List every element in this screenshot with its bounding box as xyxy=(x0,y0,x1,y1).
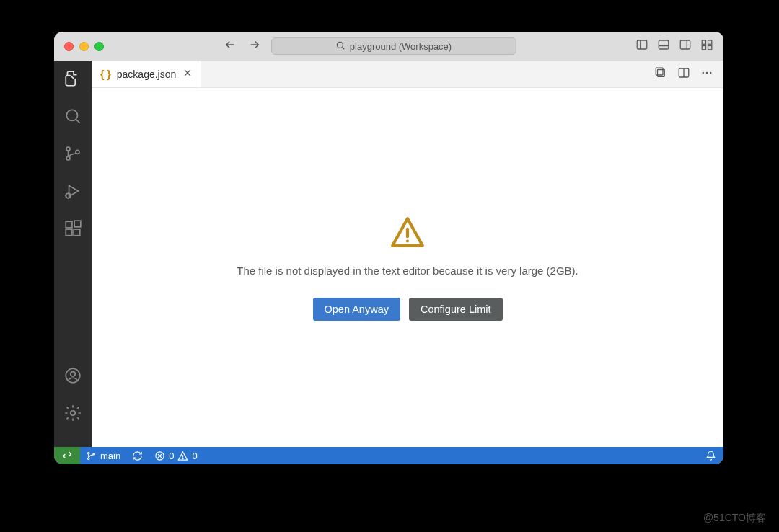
minimize-window-button[interactable] xyxy=(79,42,89,51)
svg-point-25 xyxy=(710,71,711,73)
editor-pane: The file is not displayed in the text ed… xyxy=(92,88,723,447)
svg-point-10 xyxy=(66,156,70,160)
explorer-icon[interactable] xyxy=(63,69,82,91)
svg-rect-5 xyxy=(708,40,712,44)
split-editor-icon[interactable] xyxy=(677,66,690,82)
svg-point-23 xyxy=(703,71,704,73)
svg-rect-20 xyxy=(658,69,665,76)
more-actions-icon[interactable] xyxy=(700,66,713,82)
panel-bottom-icon[interactable] xyxy=(657,38,670,54)
svg-rect-13 xyxy=(66,221,72,228)
tab-label: package.json xyxy=(117,68,177,80)
window-body: { } package.json The file is not display… xyxy=(54,61,723,447)
svg-point-0 xyxy=(337,42,343,48)
svg-rect-16 xyxy=(74,221,81,227)
notifications-indicator[interactable] xyxy=(700,447,723,464)
svg-rect-21 xyxy=(656,68,663,75)
search-icon xyxy=(335,40,346,53)
open-anyway-button[interactable]: Open Anyway xyxy=(313,298,400,321)
editor-group: { } package.json The file is not display… xyxy=(92,61,723,447)
run-debug-icon[interactable] xyxy=(63,182,82,203)
layout-icon[interactable] xyxy=(700,38,713,54)
open-changes-icon[interactable] xyxy=(654,66,667,82)
svg-rect-6 xyxy=(702,46,705,50)
large-file-message: The file is not displayed in the text ed… xyxy=(237,263,578,279)
activity-bar xyxy=(54,61,92,447)
nav-arrows xyxy=(224,38,261,54)
svg-rect-3 xyxy=(680,40,690,49)
svg-point-31 xyxy=(182,458,183,458)
maximize-window-button[interactable] xyxy=(94,42,104,51)
nav-back-button[interactable] xyxy=(224,38,237,54)
sync-indicator[interactable] xyxy=(126,447,149,464)
source-control-icon[interactable] xyxy=(63,144,82,166)
vscode-window: playground (Workspace) { } package. xyxy=(54,32,723,464)
branch-indicator[interactable]: main xyxy=(80,447,126,464)
close-window-button[interactable] xyxy=(64,42,74,51)
configure-limit-button[interactable]: Configure Limit xyxy=(409,298,503,321)
svg-point-18 xyxy=(71,372,76,377)
branch-name: main xyxy=(100,451,120,461)
json-file-icon: { } xyxy=(100,68,111,80)
problems-indicator[interactable]: 0 0 xyxy=(149,447,203,464)
tab-package-json[interactable]: { } package.json xyxy=(92,61,201,87)
svg-point-29 xyxy=(93,453,95,455)
svg-rect-15 xyxy=(74,229,80,236)
titlebar-right xyxy=(635,38,713,54)
panel-left-icon[interactable] xyxy=(635,38,648,54)
svg-point-11 xyxy=(76,150,79,154)
svg-point-27 xyxy=(88,452,90,454)
svg-rect-1 xyxy=(637,40,647,49)
extensions-icon[interactable] xyxy=(63,219,82,241)
window-controls xyxy=(64,42,104,51)
tab-bar: { } package.json xyxy=(92,61,723,88)
nav-forward-button[interactable] xyxy=(248,38,261,54)
warning-count: 0 xyxy=(192,451,197,461)
svg-point-9 xyxy=(66,147,70,151)
svg-point-8 xyxy=(66,110,77,120)
panel-right-icon[interactable] xyxy=(679,38,692,54)
button-row: Open Anyway Configure Limit xyxy=(313,298,503,321)
svg-point-28 xyxy=(88,458,90,460)
svg-point-24 xyxy=(706,71,708,73)
remote-indicator[interactable] xyxy=(54,447,80,464)
tab-close-button[interactable] xyxy=(182,67,193,81)
accounts-icon[interactable] xyxy=(63,366,82,388)
search-activity-icon[interactable] xyxy=(63,107,82,128)
status-bar: main 0 0 xyxy=(54,447,723,464)
svg-rect-4 xyxy=(702,40,705,44)
command-center[interactable]: playground (Workspace) xyxy=(271,37,516,55)
error-count: 0 xyxy=(169,451,174,461)
editor-actions xyxy=(654,66,723,82)
svg-rect-14 xyxy=(66,229,72,236)
svg-point-26 xyxy=(406,240,409,243)
svg-rect-7 xyxy=(708,46,712,50)
warning-icon xyxy=(390,214,426,253)
titlebar: playground (Workspace) xyxy=(54,32,723,61)
svg-rect-2 xyxy=(659,40,669,49)
command-center-text: playground (Workspace) xyxy=(350,41,452,52)
settings-gear-icon[interactable] xyxy=(63,404,82,425)
svg-point-19 xyxy=(71,411,76,416)
watermark: @51CTO博客 xyxy=(703,512,766,525)
